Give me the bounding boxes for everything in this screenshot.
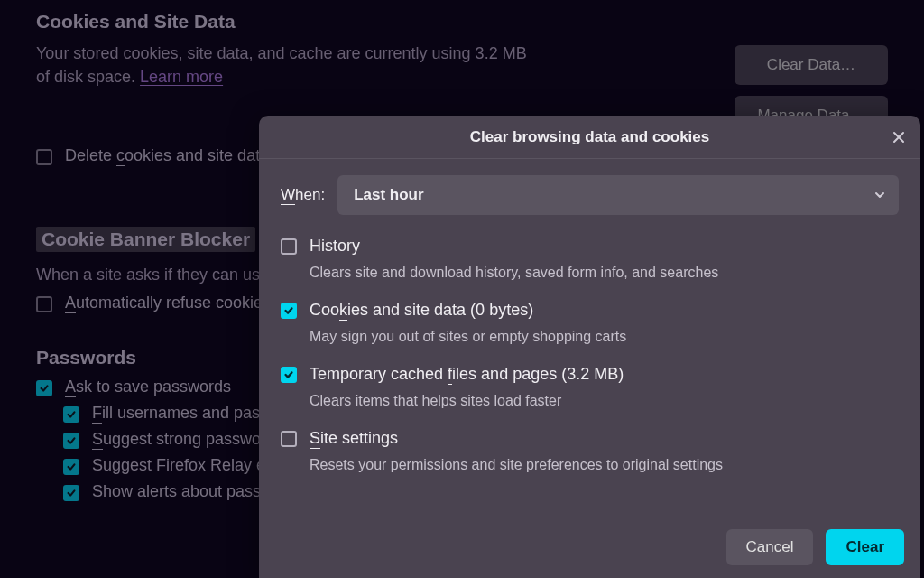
dialog-body: When: Last hour History Clears site and … [259, 159, 920, 488]
when-row: When: Last hour [281, 175, 899, 215]
cache-checkbox[interactable] [281, 367, 297, 383]
option-cookies: Cookies and site data (0 bytes) May sign… [281, 301, 899, 345]
option-cache: Temporary cached files and pages (3.2 MB… [281, 365, 899, 409]
when-select-value: Last hour [354, 186, 423, 203]
when-select[interactable]: Last hour [337, 175, 899, 215]
history-label: History [310, 237, 360, 256]
chevron-down-icon [873, 189, 886, 201]
close-icon[interactable] [886, 125, 911, 150]
cookies-checkbox[interactable] [281, 303, 297, 319]
option-history: History Clears site and download history… [281, 237, 899, 281]
when-label: When: [281, 186, 325, 204]
clear-button[interactable]: Clear [826, 529, 904, 565]
site-settings-checkbox[interactable] [281, 431, 297, 447]
dialog-header: Clear browsing data and cookies [259, 116, 920, 159]
cache-sub: Clears items that helps sites load faste… [310, 393, 899, 409]
cookies-sub: May sign you out of sites or empty shopp… [310, 329, 899, 345]
option-site-settings: Site settings Resets your permissions an… [281, 429, 899, 473]
dialog-footer: Cancel Clear [259, 520, 920, 578]
history-checkbox[interactable] [281, 238, 297, 255]
history-sub: Clears site and download history, saved … [310, 265, 899, 281]
cancel-button[interactable]: Cancel [726, 529, 814, 565]
clear-data-dialog: Clear browsing data and cookies When: La… [259, 116, 920, 578]
cache-label: Temporary cached files and pages (3.2 MB… [310, 365, 624, 384]
site-settings-label: Site settings [310, 429, 398, 448]
site-settings-sub: Resets your permissions and site prefere… [310, 457, 899, 473]
cookies-label: Cookies and site data (0 bytes) [310, 301, 533, 320]
dialog-title: Clear browsing data and cookies [470, 128, 709, 146]
